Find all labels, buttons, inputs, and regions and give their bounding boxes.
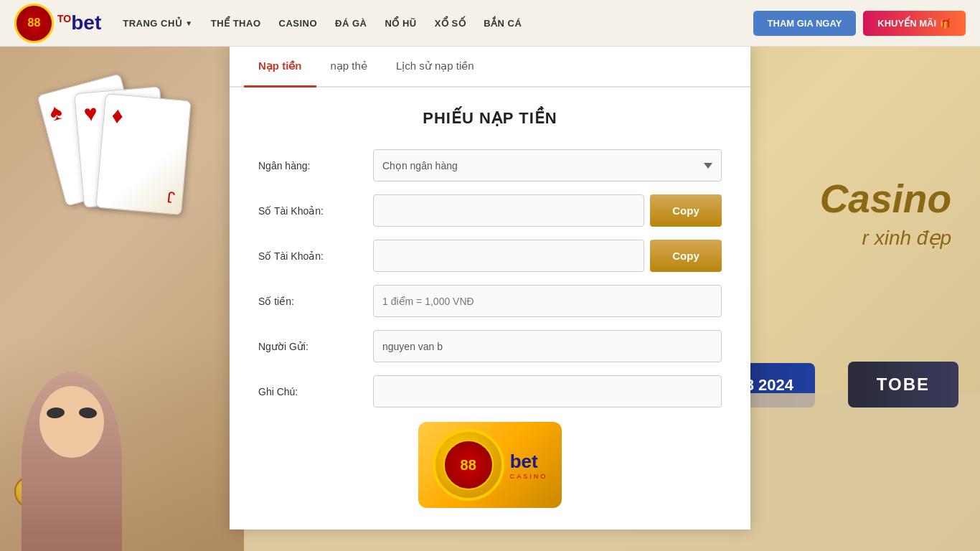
sender-input-wrap — [373, 330, 722, 362]
bank-input-wrap: Chọn ngân hàng — [373, 149, 722, 182]
form-logo-casino-label: CASINO — [510, 473, 548, 480]
nav-daga[interactable]: ĐÁ GÀ — [335, 18, 367, 29]
logo-text: TObet — [57, 11, 101, 34]
card-symbol-2: ♥ — [83, 100, 98, 128]
account-label-1: Số Tài Khoản: — [258, 205, 373, 217]
bank-select[interactable]: Chọn ngân hàng — [373, 149, 722, 182]
deposit-form: PHIẾU NẠP TIỀN Ngân hàng: Chọn ngân hàng… — [230, 88, 750, 529]
account-row-2: Số Tài Khoản: Copy — [258, 240, 722, 272]
header: TObet TRANG CHỦ ▼ THỂ THAO CASINO ĐÁ GÀ … — [0, 0, 980, 47]
sender-row: Người Gửi: — [258, 330, 722, 362]
amount-input[interactable] — [373, 285, 722, 317]
casino-decoration-text: Casino — [820, 176, 951, 222]
join-now-button[interactable]: THAM GIA NGAY — [753, 11, 857, 36]
tab-napthe[interactable]: nạp thẻ — [316, 47, 382, 88]
nav-casino[interactable]: CASINO — [279, 18, 318, 29]
account-input-2[interactable] — [373, 240, 644, 272]
note-row: Ghi Chú: — [258, 375, 722, 408]
copy-button-1[interactable]: Copy — [650, 194, 722, 227]
person-silhouette — [22, 372, 122, 551]
form-logo-icon: 88 — [433, 429, 504, 501]
form-title: PHIẾU NẠP TIỀN — [258, 109, 722, 128]
nav-xoso[interactable]: XỔ SỐ — [435, 18, 466, 29]
card-3: ♦ J — [95, 93, 191, 215]
tobe-banner: TOBE — [848, 362, 958, 408]
header-buttons: THAM GIA NGAY KHUYẾN MÃI 🎁 — [753, 11, 966, 36]
account-row-1: Số Tài Khoản: Copy — [258, 194, 722, 227]
eye-left — [46, 407, 65, 419]
logo[interactable]: TObet — [14, 4, 101, 43]
main-nav: TRANG CHỦ ▼ THỂ THAO CASINO ĐÁ GÀ NỔ HŨ … — [123, 18, 753, 29]
account-input-1[interactable] — [373, 194, 644, 227]
form-logo-area: 88 bet CASINO — [258, 422, 722, 508]
gift-icon: 🎁 — [940, 18, 951, 29]
bank-row: Ngân hàng: Chọn ngân hàng — [258, 149, 722, 182]
copy-button-2[interactable]: Copy — [650, 240, 722, 272]
tab-lichsu[interactable]: Lịch sử nạp tiền — [382, 47, 489, 88]
bank-label: Ngân hàng: — [258, 160, 373, 171]
main-container: ♠ K ♥ A ♦ J — [0, 47, 980, 551]
sender-input[interactable] — [373, 330, 722, 362]
tab-naptien[interactable]: Nạp tiền — [244, 47, 316, 88]
sender-label: Người Gửi: — [258, 341, 373, 352]
left-background: ♠ K ♥ A ♦ J — [0, 47, 244, 551]
amount-row: Số tiền: — [258, 285, 722, 317]
xinh-dep-text: r xinh đẹp — [862, 226, 951, 250]
nav-thethao[interactable]: THỂ THAO — [211, 18, 261, 29]
cards-decoration: ♠ K ♥ A ♦ J — [50, 68, 194, 255]
amount-input-wrap — [373, 285, 722, 317]
promotion-button[interactable]: KHUYẾN MÃI 🎁 — [863, 11, 966, 36]
note-input-wrap — [373, 375, 722, 408]
content-panel: Nạp tiền nạp thẻ Lịch sử nạp tiền PHIẾU … — [230, 47, 750, 529]
account-label-2: Số Tài Khoản: — [258, 250, 373, 262]
note-input[interactable] — [373, 375, 722, 408]
form-logo-number: 88 — [443, 440, 494, 490]
logo-icon — [14, 4, 54, 43]
form-logo-brand: bet — [510, 451, 548, 473]
tab-bar: Nạp tiền nạp thẻ Lịch sử nạp tiền — [230, 47, 750, 88]
nav-nohu[interactable]: NỔ HŨ — [385, 18, 416, 29]
face — [39, 386, 104, 458]
card-symbol-1: ♠ — [47, 98, 65, 127]
note-label: Ghi Chú: — [258, 386, 373, 397]
account-input-wrap-2: Copy — [373, 240, 722, 272]
chevron-down-icon: ▼ — [185, 19, 192, 27]
amount-label: Số tiền: — [258, 296, 373, 307]
card-symbol-3: ♦ — [110, 102, 124, 129]
nav-banca[interactable]: BẮN CÁ — [484, 18, 522, 29]
form-logo-text: bet CASINO — [510, 451, 548, 480]
eye-right — [78, 407, 97, 419]
logo-banner: 88 bet CASINO — [418, 422, 562, 508]
account-input-wrap-1: Copy — [373, 194, 722, 227]
nav-trangchu[interactable]: TRANG CHỦ ▼ — [123, 18, 193, 29]
